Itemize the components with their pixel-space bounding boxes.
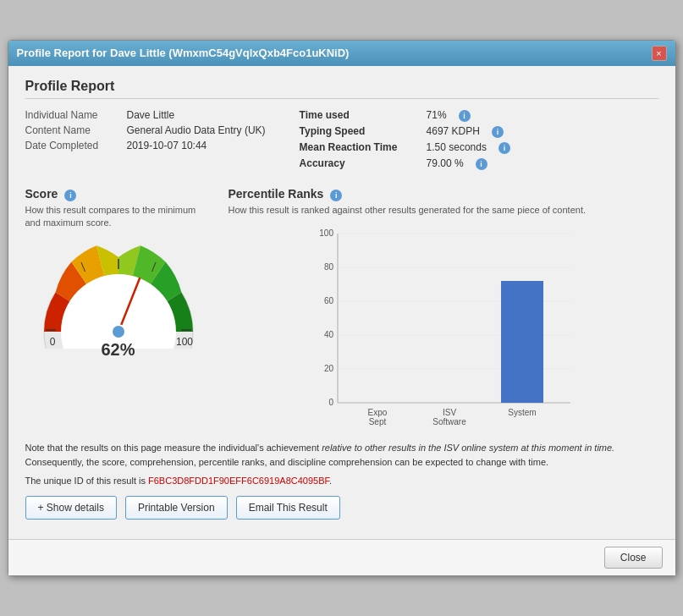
svg-text:40: 40 (323, 330, 333, 339)
unique-id-suffix: . (329, 476, 332, 486)
score-section: Score i How this result compares to the … (25, 187, 212, 428)
content-name-row: Content Name General Audio Data Entry (U… (25, 124, 266, 136)
dialog-footer: Close (8, 539, 675, 575)
time-used-info-icon[interactable]: i (459, 110, 471, 122)
svg-text:Software: Software (432, 417, 466, 426)
svg-text:0: 0 (328, 398, 333, 407)
gauge-svg: 0 100 (34, 239, 203, 349)
time-used-value: 71% (427, 109, 447, 121)
charts-row: Score i How this result compares to the … (25, 187, 658, 428)
svg-text:0: 0 (49, 336, 55, 348)
unique-id-section: The unique ID of this result is F6BC3D8F… (25, 476, 658, 486)
unique-id-value: F6BC3D8FDD1F90EFF6C6919A8C4095BF (148, 476, 329, 486)
svg-text:Expo: Expo (367, 408, 387, 417)
bar-chart-svg: 0 20 40 60 80 100 (229, 225, 658, 428)
time-used-label: Time used (300, 109, 418, 121)
score-subtitle: How this result compares to the minimum … (25, 204, 212, 230)
profile-report-heading: Profile Report (25, 79, 658, 99)
content-name-label: Content Name (25, 124, 118, 136)
dialog-content: Profile Report Individual Name Dave Litt… (8, 66, 675, 539)
score-info-icon[interactable]: i (64, 190, 76, 201)
date-completed-value: 2019-10-07 10:44 (127, 140, 207, 151)
score-title-row: Score i (25, 187, 212, 204)
email-result-button[interactable]: Email This Result (236, 496, 340, 520)
time-used-row: Time used 71% i (300, 109, 510, 122)
percentile-title-row: Percentile Ranks i (229, 187, 658, 204)
percentile-section: Percentile Ranks i How this result is ra… (229, 187, 658, 428)
mean-reaction-row: Mean Reaction Time 1.50 seconds i (300, 141, 510, 154)
unique-id-prefix: The unique ID of this result is (25, 476, 149, 486)
title-bar: Profile Report for Dave Little (WmxmC54g… (8, 41, 675, 66)
accuracy-row: Accuracy 79.00 % i (300, 157, 510, 170)
typing-speed-label: Typing Speed (300, 125, 418, 137)
svg-text:60: 60 (323, 296, 333, 305)
accuracy-label: Accuracy (300, 157, 418, 169)
svg-rect-31 (501, 281, 543, 403)
individual-name-row: Individual Name Dave Little (25, 109, 266, 121)
info-right-panel: Time used 71% i Typing Speed 4697 KDPH i… (300, 109, 510, 170)
individual-name-value: Dave Little (127, 109, 175, 121)
typing-speed-value: 4697 KDPH (427, 125, 480, 137)
mean-reaction-value: 1.50 seconds (427, 141, 487, 153)
svg-text:Sept: Sept (368, 417, 386, 426)
percentile-title: Percentile Ranks (229, 187, 324, 201)
percentile-info-icon[interactable]: i (330, 190, 342, 201)
info-left-panel: Individual Name Dave Little Content Name… (25, 109, 266, 170)
svg-text:100: 100 (319, 228, 333, 238)
gauge-percentage: 62% (101, 340, 135, 360)
svg-text:20: 20 (323, 364, 333, 373)
accuracy-value: 79.00 % (427, 157, 464, 169)
printable-version-button[interactable]: Printable Version (125, 496, 228, 520)
note-section: Note that the results on this page measu… (25, 441, 658, 469)
date-completed-row: Date Completed 2019-10-07 10:44 (25, 140, 266, 151)
typing-speed-info-icon[interactable]: i (492, 126, 504, 138)
profile-report-dialog: Profile Report for Dave Little (WmxmC54g… (8, 40, 676, 576)
show-details-button[interactable]: + Show details (25, 496, 117, 520)
bar-chart: 0 20 40 60 80 100 (229, 225, 658, 428)
svg-text:100: 100 (175, 336, 192, 348)
individual-name-label: Individual Name (25, 109, 118, 121)
title-bar-close-button[interactable]: × (652, 46, 667, 61)
info-grid: Individual Name Dave Little Content Name… (25, 109, 658, 170)
percentile-subtitle: How this result is ranked against other … (229, 204, 658, 217)
close-button[interactable]: Close (604, 547, 663, 569)
score-title: Score (25, 187, 58, 201)
dialog-title: Profile Report for Dave Little (WmxmC54g… (17, 47, 350, 59)
date-completed-label: Date Completed (25, 140, 118, 151)
accuracy-info-icon[interactable]: i (476, 158, 487, 170)
typing-speed-row: Typing Speed 4697 KDPH i (300, 125, 510, 138)
content-name-value: General Audio Data Entry (UK) (127, 124, 266, 136)
svg-text:System: System (508, 408, 536, 417)
svg-text:80: 80 (323, 262, 333, 272)
mean-reaction-label: Mean Reaction Time (300, 141, 418, 153)
mean-reaction-info-icon[interactable]: i (498, 142, 510, 154)
gauge-container: 0 100 62% (25, 239, 212, 360)
svg-text:ISV: ISV (442, 408, 455, 417)
svg-point-10 (112, 325, 125, 338)
action-buttons: + Show details Printable Version Email T… (25, 496, 658, 520)
